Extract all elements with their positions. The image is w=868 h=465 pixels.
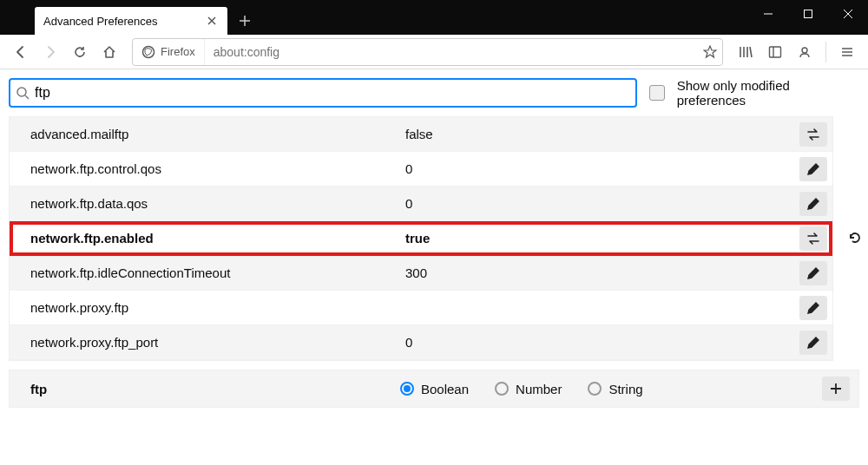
- identity-label: Firefox: [161, 45, 195, 58]
- type-radio-string[interactable]: String: [588, 382, 642, 396]
- reset-button[interactable]: [842, 220, 868, 255]
- pref-row: network.ftp.control.qos0: [10, 152, 832, 187]
- library-button[interactable]: [732, 38, 760, 66]
- svg-line-6: [25, 95, 29, 99]
- add-pref-row: ftp BooleanNumberString: [9, 370, 859, 408]
- sidebar-button[interactable]: [761, 38, 789, 66]
- reload-button[interactable]: [66, 38, 94, 66]
- add-pref-name: ftp: [10, 382, 400, 396]
- bookmark-star-icon[interactable]: [698, 45, 722, 59]
- pref-row: advanced.mailftpfalse: [10, 117, 832, 152]
- firefox-icon: [141, 45, 155, 59]
- edit-button[interactable]: [799, 296, 827, 320]
- forward-button[interactable]: [36, 38, 64, 66]
- pref-key: network.ftp.data.qos: [10, 196, 400, 211]
- type-radio-boolean[interactable]: Boolean: [400, 382, 469, 396]
- prefs-list: advanced.mailftpfalsenetwork.ftp.control…: [9, 116, 833, 361]
- edit-button[interactable]: [799, 261, 827, 285]
- edit-button[interactable]: [799, 331, 827, 355]
- new-tab-button[interactable]: [231, 7, 259, 35]
- pref-row: network.proxy.ftp: [10, 291, 832, 325]
- menu-button[interactable]: [833, 38, 861, 66]
- svg-rect-2: [770, 47, 781, 57]
- edit-button[interactable]: [799, 192, 827, 216]
- site-identity[interactable]: Firefox: [133, 39, 205, 65]
- pref-row: network.ftp.idleConnectionTimeout300: [10, 256, 832, 291]
- pref-key: network.proxy.ftp_port: [10, 335, 400, 350]
- pref-key: advanced.mailftp: [10, 127, 400, 141]
- pref-key: network.ftp.control.qos: [10, 161, 400, 176]
- close-window-button[interactable]: [828, 0, 868, 28]
- type-radios: BooleanNumberString: [400, 382, 820, 396]
- minimize-button[interactable]: [748, 0, 788, 28]
- pref-key: network.ftp.idleConnectionTimeout: [10, 265, 400, 280]
- pref-value: 0: [400, 335, 794, 350]
- pref-search-box[interactable]: [9, 78, 637, 108]
- edit-button[interactable]: [799, 157, 827, 181]
- browser-tab[interactable]: Advanced Preferences: [35, 7, 227, 35]
- pref-key: network.ftp.enabled: [10, 231, 400, 246]
- show-modified-checkbox[interactable]: [649, 85, 665, 101]
- pref-search-input[interactable]: [30, 85, 630, 101]
- back-button[interactable]: [7, 38, 35, 66]
- search-icon: [16, 86, 30, 100]
- show-modified-label: Show only modified preferences: [677, 78, 859, 108]
- url-text: about:config: [205, 45, 698, 59]
- pref-value: 0: [400, 161, 794, 176]
- toggle-button[interactable]: [799, 226, 827, 251]
- svg-rect-0: [805, 10, 812, 18]
- toggle-button[interactable]: [799, 122, 827, 147]
- pref-value: true: [400, 231, 794, 246]
- url-bar[interactable]: Firefox about:config: [132, 38, 723, 66]
- type-radio-number[interactable]: Number: [495, 382, 562, 396]
- pref-key: network.proxy.ftp: [10, 300, 400, 315]
- radio-label: Number: [516, 382, 562, 396]
- pref-row: network.proxy.ftp_port0: [10, 325, 832, 360]
- browser-toolbar: Firefox about:config: [0, 35, 868, 69]
- account-button[interactable]: [791, 38, 819, 66]
- close-tab-icon[interactable]: [205, 14, 219, 28]
- window-titlebar: Advanced Preferences: [0, 0, 868, 35]
- svg-point-4: [802, 48, 807, 53]
- home-button[interactable]: [95, 38, 123, 66]
- add-pref-button[interactable]: [822, 377, 850, 401]
- window-controls: [748, 0, 868, 35]
- maximize-button[interactable]: [788, 0, 828, 28]
- tab-title: Advanced Preferences: [43, 15, 205, 28]
- pref-value: false: [400, 127, 794, 141]
- svg-point-5: [17, 88, 26, 96]
- pref-value: 0: [400, 196, 794, 211]
- pref-row: network.ftp.enabledtrue: [10, 221, 832, 256]
- pref-value: 300: [400, 265, 794, 280]
- search-row: Show only modified preferences: [0, 69, 868, 116]
- radio-label: Boolean: [421, 382, 469, 396]
- radio-label: String: [608, 382, 642, 396]
- pref-row: network.ftp.data.qos0: [10, 187, 832, 221]
